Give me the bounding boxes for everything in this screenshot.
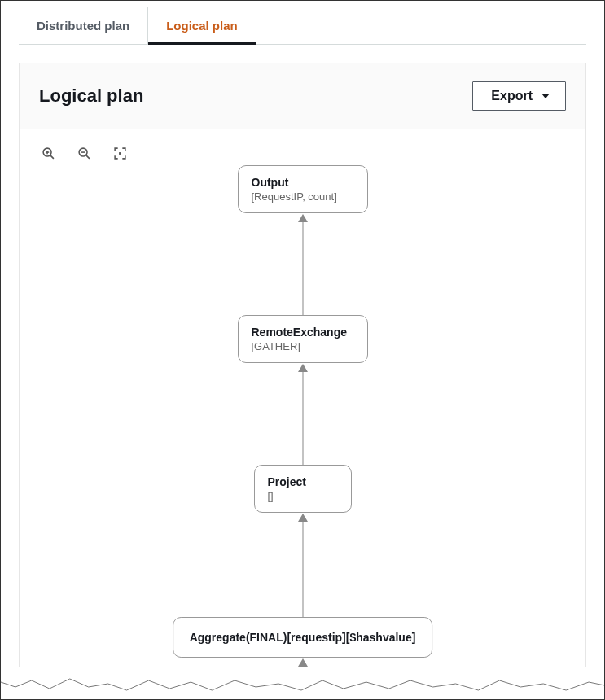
node-project[interactable]: Project [] <box>254 465 352 513</box>
svg-line-1 <box>50 155 53 158</box>
node-aggregate[interactable]: Aggregate(FINAL)[requestip][$hashvalue] <box>173 617 433 658</box>
plan-panel: Logical plan Export <box>19 63 586 687</box>
panel-title: Logical plan <box>39 85 143 107</box>
edge <box>302 222 303 315</box>
torn-edge-decoration <box>0 667 605 700</box>
edge <box>302 372 303 465</box>
caret-down-icon <box>541 91 550 101</box>
node-subtitle: [GATHER] <box>252 340 354 352</box>
canvas-toolbar <box>20 129 585 165</box>
node-title: Aggregate(FINAL)[requestip][$hashvalue] <box>190 631 416 644</box>
node-title: RemoteExchange <box>252 326 354 339</box>
arrow-head-icon <box>298 658 308 667</box>
export-button-label: Export <box>491 89 533 103</box>
arrow-head-icon <box>298 364 308 372</box>
node-subtitle: [RequestIP, count] <box>252 190 354 203</box>
tab-distributed-plan[interactable]: Distributed plan <box>19 7 148 44</box>
arrow-head-icon <box>298 514 308 522</box>
node-title: Project <box>268 475 338 488</box>
fit-screen-icon[interactable] <box>112 146 127 160</box>
edge <box>302 522 303 617</box>
node-remote-exchange[interactable]: RemoteExchange [GATHER] <box>238 315 368 363</box>
zoom-out-icon[interactable] <box>77 146 91 160</box>
svg-line-5 <box>85 155 89 158</box>
export-button[interactable]: Export <box>472 81 566 111</box>
tab-logical-plan[interactable]: Logical plan <box>148 7 256 44</box>
node-output[interactable]: Output [RequestIP, count] <box>238 165 368 213</box>
node-subtitle: [] <box>268 490 338 502</box>
zoom-in-icon[interactable] <box>41 146 55 160</box>
svg-rect-7 <box>119 152 121 155</box>
node-title: Output <box>252 176 354 189</box>
tab-bar: Distributed plan Logical plan <box>19 7 586 45</box>
plan-canvas[interactable]: Output [RequestIP, count] RemoteExchange… <box>20 165 585 686</box>
panel-header: Logical plan Export <box>20 63 585 129</box>
arrow-head-icon <box>298 214 308 222</box>
